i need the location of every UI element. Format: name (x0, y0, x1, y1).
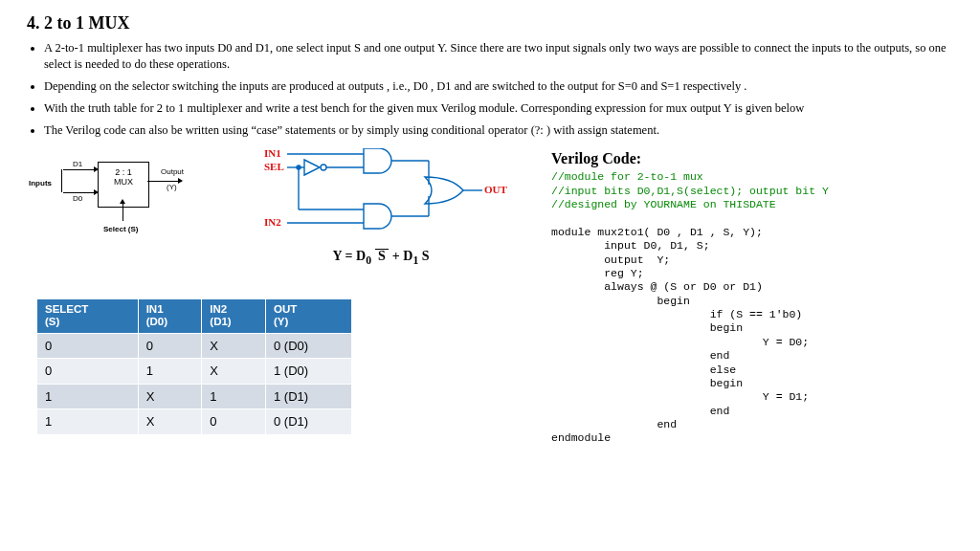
th-select: SELECT(S) (37, 299, 139, 333)
table-cell: 0 (202, 409, 266, 435)
inputs-label: Inputs (29, 179, 52, 189)
mux-block-diagram: Inputs D1 D0 2 : 1 MUX Output (Y) Select… (27, 148, 218, 253)
table-cell: 1 (37, 384, 139, 409)
in2-label: IN2 (264, 215, 281, 230)
verilog-code: //module for 2-to-1 mux //input bits D0,… (551, 170, 953, 446)
table-row: 1X11 (D1) (37, 384, 352, 409)
bullet-item: A 2-to-1 multiplexer has two inputs D0 a… (44, 40, 953, 73)
th-out: OUT(Y) (266, 299, 352, 333)
table-cell: 1 (37, 409, 139, 435)
page-title: 4. 2 to 1 MUX (27, 11, 953, 34)
table-cell: 0 (D1) (266, 409, 352, 435)
table-cell: 0 (D0) (266, 333, 352, 359)
code-title: Verilog Code: (551, 148, 953, 169)
table-cell: 0 (138, 333, 202, 359)
mux-box-bot: MUX (99, 178, 148, 187)
gate-diagram: IN1 SEL IN2 OUT (237, 148, 524, 269)
th-in2: IN2(D1) (202, 299, 266, 333)
table-cell: 0 (37, 333, 139, 359)
table-cell: 1 (D0) (266, 359, 352, 385)
table-cell: 0 (37, 359, 139, 385)
sel-label: SEL (264, 160, 284, 174)
bullet-item: The Verilog code can also be written usi… (44, 122, 953, 139)
table-cell: X (202, 359, 266, 385)
output-label-bot: (Y) (167, 183, 177, 193)
boolean-equation: Y = D0 S + D1 S (237, 248, 524, 269)
table-row: 00X0 (D0) (37, 333, 352, 359)
output-label-top: Output (161, 167, 184, 178)
svg-point-2 (321, 165, 326, 170)
truth-table: SELECT(S) IN1(D0) IN2(D1) OUT(Y) 00X0 (D… (36, 298, 352, 435)
select-label: Select (S) (103, 225, 138, 235)
table-cell: X (138, 409, 202, 435)
table-cell: X (202, 333, 266, 359)
table-cell: 1 (202, 384, 266, 409)
th-in1: IN1(D0) (138, 299, 202, 333)
in1-label: IN1 (264, 146, 281, 161)
bullet-list: A 2-to-1 multiplexer has two inputs D0 a… (27, 40, 953, 138)
table-cell: 1 (138, 359, 202, 385)
bullet-item: With the truth table for 2 to 1 multiple… (44, 100, 953, 117)
d0-label: D0 (73, 194, 82, 205)
out-label: OUT (484, 183, 507, 197)
table-row: 1X00 (D1) (37, 409, 352, 435)
d1-label: D1 (73, 160, 82, 170)
table-cell: X (138, 384, 202, 409)
table-cell: 1 (D1) (266, 384, 352, 409)
bullet-item: Depending on the selector switching the … (44, 78, 953, 95)
table-row: 01X1 (D0) (37, 359, 352, 385)
